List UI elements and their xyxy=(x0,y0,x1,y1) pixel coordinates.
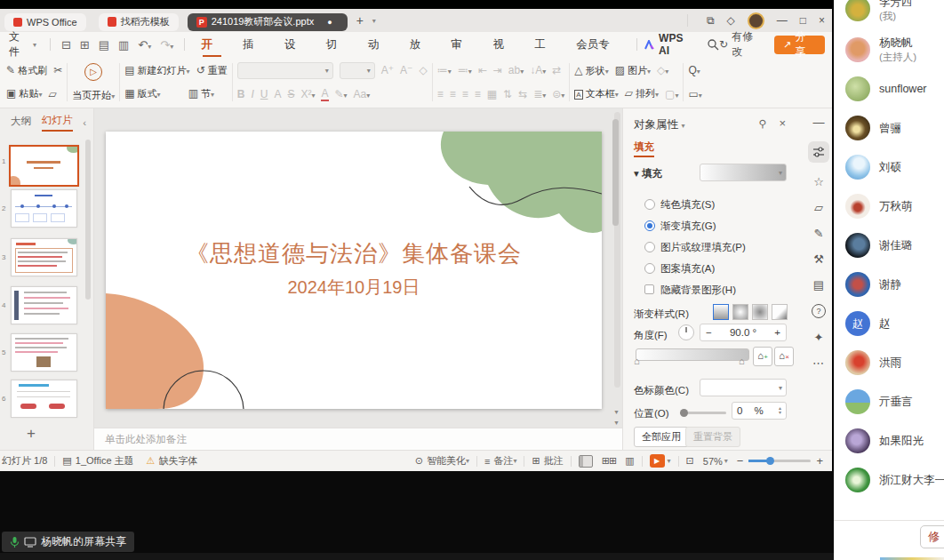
tab-list-chevron[interactable]: ▾ xyxy=(372,17,376,25)
italic-button[interactable]: I xyxy=(251,88,253,100)
slide-thumbnail[interactable] xyxy=(11,189,77,228)
workspace-icon[interactable]: ◇ xyxy=(727,14,735,27)
multi-window-icon[interactable]: ⧉ xyxy=(707,14,715,27)
position-slider-knob[interactable] xyxy=(680,409,688,417)
signature-icon[interactable]: ✎ xyxy=(814,227,824,240)
menu-insert[interactable]: 插入 xyxy=(243,32,265,57)
add-slide-button[interactable]: + xyxy=(27,425,36,443)
menu-tools[interactable]: 工具 xyxy=(534,32,556,57)
redo-button[interactable]: ↷▾ xyxy=(160,38,173,52)
new-tab-button[interactable]: + xyxy=(356,13,364,28)
superscript-button[interactable]: X²▾ xyxy=(300,88,315,100)
decrease-font-icon[interactable]: A⁻ xyxy=(400,64,412,76)
play-from-current-icon[interactable]: ▷ xyxy=(84,63,102,81)
participant-row[interactable]: 浙江财大李一 xyxy=(845,466,944,494)
next-slide-arrow[interactable]: ▼ xyxy=(613,420,620,426)
slide-sorter-view-button[interactable]: ⊞⊞ xyxy=(602,455,616,467)
close-panel-icon[interactable]: × xyxy=(779,116,786,130)
outline-tab[interactable]: 大纲 xyxy=(11,115,31,131)
gradient-style-rect[interactable] xyxy=(752,304,768,320)
save-icon[interactable]: ⊟ xyxy=(61,38,71,52)
angle-increase[interactable]: + xyxy=(774,327,780,338)
find-icon[interactable]: Q▾ xyxy=(688,64,700,76)
tools-icon[interactable]: ⚒ xyxy=(813,252,824,266)
position-spinner[interactable]: ▴▾ xyxy=(779,406,781,415)
bold-button[interactable]: B xyxy=(237,88,245,100)
textbox-button[interactable]: A 文本框▾ xyxy=(574,87,618,100)
participant-row[interactable]: 赵 赵 xyxy=(845,309,944,338)
wps-ai-button[interactable]: WPS AI xyxy=(644,32,696,57)
slide-thumbnail[interactable] xyxy=(11,286,77,324)
slide-thumbnail[interactable] xyxy=(11,333,77,372)
menu-animation[interactable]: 动画 xyxy=(368,32,390,57)
replace-icon[interactable]: ▭▾ xyxy=(688,88,701,100)
gradient-fill-label[interactable]: 渐变填充(G) xyxy=(660,220,716,233)
modified-status[interactable]: ↻ 有修改 xyxy=(719,29,764,60)
font-name-select[interactable]: ▾ xyxy=(237,62,333,79)
align-left-icon[interactable]: ≡ xyxy=(437,88,444,100)
shape-fill-icon[interactable]: ◇▾ xyxy=(657,64,668,76)
gradient-preset-select[interactable]: ▾ xyxy=(700,164,787,181)
reading-view-button[interactable]: ▥ xyxy=(625,455,634,467)
menu-member[interactable]: 会员专享 xyxy=(576,32,620,57)
underline-button[interactable]: U xyxy=(260,88,268,100)
zoom-out-button[interactable]: − xyxy=(737,454,744,468)
close-button[interactable]: × xyxy=(819,14,825,27)
slide[interactable]: 《思想道德与法治》集体备课会 2024年10月19日 xyxy=(106,132,602,409)
reset-background-button[interactable]: 重置背景 xyxy=(685,427,740,447)
cut-icon[interactable]: ✂ xyxy=(53,64,62,76)
participant-row[interactable]: 刘硕 xyxy=(845,153,944,181)
participant-row[interactable]: 洪雨 xyxy=(845,348,944,377)
picture-button[interactable]: ▨ 图片▾ xyxy=(615,64,651,77)
slideshow-play-button[interactable]: ▶ xyxy=(650,454,665,468)
participant-row[interactable]: 谢静 xyxy=(845,270,944,299)
gradient-style-radial[interactable] xyxy=(732,304,748,320)
print-icon[interactable]: ▤ xyxy=(99,38,109,52)
increase-indent-icon[interactable]: ⇥ xyxy=(493,64,502,76)
preview-icon[interactable]: ▥ xyxy=(118,38,129,52)
reading-assist-icon[interactable]: ▤ xyxy=(813,278,824,292)
shapes-button[interactable]: △ 形状▾ xyxy=(574,64,608,77)
slides-tab[interactable]: 幻灯片 xyxy=(42,114,73,132)
increase-font-icon[interactable]: A⁺ xyxy=(381,64,394,76)
effects-icon[interactable]: ☆ xyxy=(813,175,824,188)
participant-row[interactable]: sunflower xyxy=(845,75,944,103)
search-icon[interactable] xyxy=(707,38,719,51)
angle-dial[interactable] xyxy=(678,324,694,340)
slide-thumbnail[interactable] xyxy=(11,380,77,418)
menu-home[interactable]: 开始 xyxy=(201,32,223,57)
menu-view[interactable]: 视图 xyxy=(492,32,515,57)
fill-section-label[interactable]: ▾ 填充 xyxy=(634,167,662,180)
decrease-indent-icon[interactable]: ⇤ xyxy=(478,64,487,76)
minimize-button[interactable]: — xyxy=(777,14,788,27)
export-icon[interactable]: ⊞ xyxy=(80,38,90,52)
modify-button[interactable]: 修 xyxy=(920,525,944,548)
notes-bar[interactable]: 单击此处添加备注 xyxy=(94,428,622,450)
menu-transition[interactable]: 切换 xyxy=(326,32,348,57)
participant-row[interactable]: 李芳西 (我) xyxy=(845,0,944,23)
picture-fill-label[interactable]: 图片或纹理填充(P) xyxy=(660,241,746,254)
account-avatar[interactable] xyxy=(748,12,764,29)
play-from-current-button[interactable]: 当页开始▾ xyxy=(72,89,115,102)
paste-button[interactable]: ▣ 粘贴▾ xyxy=(6,87,42,100)
angle-input[interactable]: − 90.0 ° + xyxy=(700,324,787,341)
animation-pane-icon[interactable]: ▱ xyxy=(814,201,823,214)
slide-thumbnail[interactable] xyxy=(11,238,77,276)
theme-name[interactable]: 1_Office 主题 xyxy=(76,454,134,468)
zoom-slider-knob[interactable] xyxy=(766,457,774,465)
picture-fill-radio[interactable] xyxy=(644,242,655,252)
pattern-fill-radio[interactable] xyxy=(644,263,655,274)
position-slider[interactable] xyxy=(680,412,726,414)
zoom-in-button[interactable]: + xyxy=(816,454,823,468)
distribute-icon[interactable]: ▦ xyxy=(487,88,497,100)
fit-slide-icon[interactable]: ⊡ xyxy=(686,455,694,467)
notes-button[interactable]: 备注 xyxy=(493,454,513,468)
gradient-stop-handle[interactable]: ⌂ xyxy=(739,356,745,366)
gradient-fill-radio[interactable] xyxy=(644,220,655,231)
align-right-icon[interactable]: ≡ xyxy=(462,88,468,100)
tab-document-active[interactable]: P 241019教研部会议.pptx ● xyxy=(188,13,348,31)
text-effects-button[interactable]: Aa▾ xyxy=(354,88,371,100)
prev-slide-arrow[interactable]: ▼ xyxy=(613,409,620,415)
normal-view-button[interactable] xyxy=(579,455,593,468)
solid-fill-label[interactable]: 纯色填充(S) xyxy=(660,198,715,212)
